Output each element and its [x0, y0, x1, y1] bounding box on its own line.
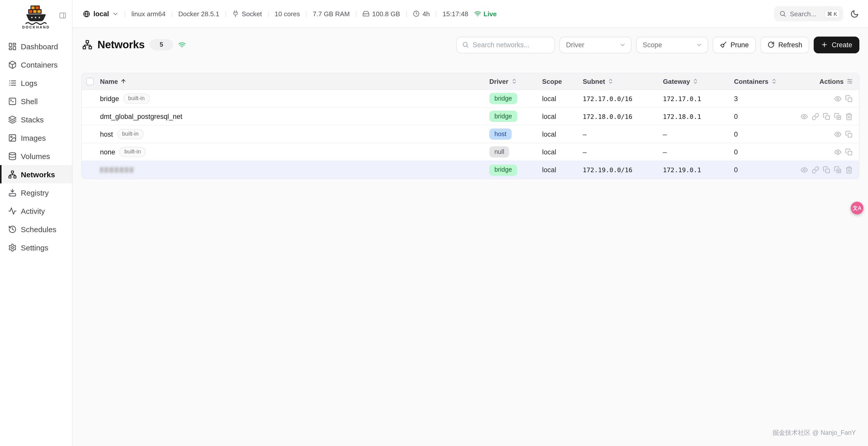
table-row[interactable]: host built-in host local – – 0	[82, 125, 859, 143]
networks-page: Networks 5 Driver Scope	[72, 28, 868, 446]
column-label: Name	[100, 78, 118, 85]
search-icon	[779, 10, 786, 17]
create-button[interactable]: Create	[814, 36, 859, 53]
table-row[interactable]: bridge built-in bridge local 172.17.0.0/…	[82, 90, 859, 108]
wifi-icon	[474, 10, 481, 17]
column-header-name[interactable]: Name	[100, 78, 489, 85]
sort-asc-icon	[121, 78, 127, 84]
sidebar-item-volumes[interactable]: Volumes	[0, 147, 72, 165]
scope-cell: local	[542, 166, 583, 174]
view-icon[interactable]	[834, 130, 842, 138]
row-actions	[783, 95, 859, 102]
column-header-driver[interactable]: Driver	[489, 78, 542, 85]
scope-filter-select[interactable]: Scope	[636, 36, 708, 53]
column-header-scope[interactable]: Scope	[542, 78, 583, 85]
sidebar-item-schedules[interactable]: Schedules	[0, 220, 72, 238]
column-header-containers[interactable]: Containers	[734, 78, 783, 85]
driver-filter-label: Driver	[566, 41, 584, 49]
volumes-icon	[8, 152, 17, 160]
copy-icon[interactable]	[845, 95, 853, 102]
table-row[interactable]: bridge local 172.19.0.0/16 172.19.0.1 0	[82, 161, 859, 179]
prune-label: Prune	[731, 41, 749, 49]
images-icon	[8, 133, 17, 142]
row-actions	[783, 148, 859, 156]
sidebar-item-activity[interactable]: Activity	[0, 202, 72, 220]
sidebar-header: DOCKHAND	[0, 0, 72, 31]
environment-selector[interactable]: local	[83, 10, 119, 18]
builtin-badge: built-in	[117, 129, 144, 139]
view-icon[interactable]	[801, 113, 808, 120]
column-header-gateway[interactable]: Gateway	[663, 78, 734, 85]
settings-icon	[8, 243, 17, 252]
table-row[interactable]: none built-in null local – – 0	[82, 143, 859, 161]
column-settings-icon[interactable]	[847, 78, 853, 84]
search-icon	[462, 41, 469, 48]
view-icon[interactable]	[834, 95, 842, 102]
sidebar-item-registry[interactable]: Registry	[0, 183, 72, 202]
topbar: local | linux arm64 | Docker 28.5.1 | So…	[72, 0, 868, 28]
trash-icon[interactable]	[845, 113, 853, 120]
sidebar-item-stacks[interactable]: Stacks	[0, 110, 72, 128]
sidebar-item-logs[interactable]: Logs	[0, 73, 72, 92]
scope-cell: local	[542, 148, 583, 156]
sidebar-item-containers[interactable]: Containers	[0, 55, 72, 73]
copy-icon[interactable]	[823, 166, 831, 174]
network-name: dmt_global_postgresql_net	[100, 113, 182, 120]
theme-toggle-button[interactable]	[850, 9, 859, 18]
sidebar-item-dashboard[interactable]: Dashboard	[0, 37, 72, 55]
table-row[interactable]: dmt_global_postgresql_net bridge local 1…	[82, 108, 859, 125]
link-icon[interactable]	[812, 113, 819, 120]
topbar-right: Search... ⌘ K	[774, 6, 859, 21]
redacted-network-name	[100, 167, 133, 173]
link-icon[interactable]	[812, 166, 819, 174]
socket-label: Socket	[242, 10, 262, 18]
prune-button[interactable]: Prune	[713, 36, 756, 53]
column-label: Containers	[734, 78, 769, 85]
driver-cell: bridge	[489, 164, 542, 176]
view-icon[interactable]	[834, 148, 842, 156]
select-all-checkbox[interactable]	[86, 78, 94, 85]
ram-stat: 7.7 GB RAM	[313, 10, 350, 18]
view-icon[interactable]	[801, 166, 808, 174]
column-label: Actions	[819, 78, 844, 85]
networks-table: Name Driver Scope Subnet	[81, 72, 859, 179]
refresh-button[interactable]: Refresh	[761, 36, 809, 53]
stat-divider: |	[436, 10, 437, 17]
stat-divider: |	[406, 10, 407, 17]
sidebar-item-images[interactable]: Images	[0, 128, 72, 147]
row-actions	[783, 166, 859, 174]
activity-icon	[8, 207, 17, 215]
driver-filter-select[interactable]: Driver	[559, 36, 631, 53]
sidebar-item-label: Images	[21, 133, 46, 142]
driver-badge: bridge	[489, 164, 517, 176]
global-search[interactable]: Search... ⌘ K	[774, 6, 843, 21]
network-name: host	[100, 130, 113, 138]
live-signal-icon	[178, 41, 186, 49]
network-name-cell: host built-in	[100, 129, 489, 139]
live-status: Live	[474, 10, 497, 18]
subnet-cell: 172.18.0.0/16	[583, 113, 663, 120]
duplicate-icon[interactable]	[834, 166, 842, 174]
driver-cell: bridge	[489, 93, 542, 104]
trash-icon[interactable]	[845, 166, 853, 174]
duplicate-icon[interactable]	[834, 113, 842, 120]
app-root: DOCKHAND Dashboard Containers Logs Shell	[0, 0, 868, 446]
sidebar-item-label: Settings	[21, 243, 48, 252]
sidebar-item-networks[interactable]: Networks	[0, 165, 72, 183]
sidebar-item-label: Volumes	[21, 152, 50, 160]
builtin-badge: built-in	[119, 147, 146, 157]
sidebar-collapse-button[interactable]	[59, 11, 67, 20]
sidebar-item-settings[interactable]: Settings	[0, 238, 72, 257]
containers-cell: 0	[734, 166, 783, 174]
column-header-subnet[interactable]: Subnet	[583, 78, 663, 85]
copy-icon[interactable]	[845, 130, 853, 138]
translate-fab-button[interactable]: 文A	[851, 202, 863, 214]
driver-badge: null	[489, 146, 509, 157]
copy-icon[interactable]	[823, 113, 831, 120]
scope-cell: local	[542, 130, 583, 138]
networks-search-input[interactable]	[472, 41, 549, 49]
subnet-cell: 172.17.0.0/16	[583, 95, 663, 102]
chevron-down-icon	[696, 41, 703, 48]
sidebar-item-shell[interactable]: Shell	[0, 92, 72, 110]
copy-icon[interactable]	[845, 148, 853, 156]
